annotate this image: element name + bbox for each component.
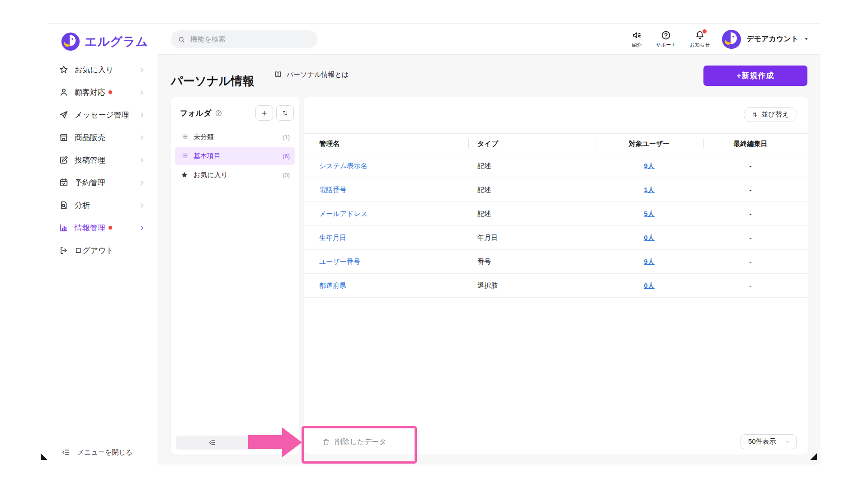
- send-icon: [59, 110, 69, 120]
- help-icon: [660, 30, 671, 41]
- topbar-action-1[interactable]: サポート: [656, 30, 676, 48]
- search-input[interactable]: [189, 35, 311, 44]
- topbar-right: 紹介サポートお知らせ デモアカウント: [632, 24, 809, 54]
- folder-item-2[interactable]: お気に入り(0): [175, 166, 295, 184]
- sidebar-item-8[interactable]: ログアウト: [47, 239, 157, 262]
- record-users-link[interactable]: 9人: [644, 258, 654, 265]
- analysis-icon: [59, 200, 69, 210]
- search-box[interactable]: [171, 30, 317, 48]
- record-name-link[interactable]: 都道府県: [319, 282, 346, 289]
- sidebar-item-5[interactable]: 予約管理: [47, 171, 157, 194]
- record-type-cell: 記述: [468, 162, 595, 170]
- collapse-folder-panel-button[interactable]: [176, 436, 248, 450]
- folder-item-label: お気に入り: [193, 171, 228, 179]
- app-window: エルグラム お気に入り顧客対応メッセージ管理商品販売投稿管理予約管理分析情報管理…: [47, 23, 821, 465]
- folder-panel-title: フォルダ: [180, 108, 212, 118]
- collapse-panel-icon: [208, 439, 216, 446]
- sidebar-item-0[interactable]: お気に入り: [47, 58, 157, 81]
- chevron-right-icon: [138, 225, 145, 231]
- records-panel: 並び替え 管理名タイプ対象ユーザー最終編集日 システム表示名記述9人-電話番号記…: [304, 97, 808, 455]
- chevron-right-icon: [138, 112, 145, 118]
- record-name-link[interactable]: メールアドレス: [319, 210, 368, 217]
- table-row: メールアドレス記述5人-: [304, 202, 808, 226]
- account-menu[interactable]: デモアカウント: [722, 29, 809, 49]
- topbar-action-label: サポート: [656, 42, 676, 48]
- account-avatar: [722, 29, 741, 49]
- store-icon: [59, 132, 69, 142]
- logout-icon: [59, 245, 69, 255]
- person-icon: [59, 87, 69, 97]
- sidebar-item-7[interactable]: 情報管理: [47, 216, 157, 239]
- sidebar-item-2[interactable]: メッセージ管理: [47, 103, 157, 126]
- sort-button[interactable]: 並び替え: [744, 107, 797, 122]
- record-users-link[interactable]: 1人: [644, 186, 654, 193]
- brand-mark-icon: [61, 32, 80, 51]
- record-users-link[interactable]: 0人: [644, 282, 654, 289]
- topbar-action-2[interactable]: お知らせ: [690, 30, 710, 48]
- record-name-link[interactable]: 電話番号: [319, 186, 346, 193]
- sidebar-item-4[interactable]: 投稿管理: [47, 149, 157, 171]
- unread-dot: [108, 226, 112, 230]
- list-icon: [180, 152, 189, 160]
- folder-item-0[interactable]: 未分類(1): [175, 128, 295, 146]
- page-size-select[interactable]: 50件表示: [741, 434, 797, 449]
- account-name: デモアカウント: [746, 34, 798, 44]
- deleted-data-button[interactable]: 削除したデータ: [319, 437, 389, 447]
- record-name-link[interactable]: システム表示名: [319, 162, 367, 169]
- topbar-action-0[interactable]: 紹介: [632, 30, 642, 48]
- megaphone-icon-wrap: [632, 30, 642, 41]
- record-users-link[interactable]: 5人: [644, 210, 654, 217]
- edit-icon: [59, 155, 69, 165]
- sidebar-item-label: 分析: [75, 200, 90, 211]
- record-users-link[interactable]: 0人: [644, 234, 654, 241]
- caret-down-icon: [803, 36, 809, 42]
- chevron-down-icon: [785, 439, 791, 445]
- brand-logo[interactable]: エルグラム: [47, 24, 157, 51]
- cursor-artifact: [41, 453, 47, 460]
- record-type-cell: 選択肢: [468, 282, 595, 290]
- chart-icon: [59, 223, 69, 233]
- table-row: ユーザー番号番号9人-: [304, 250, 808, 274]
- topbar-action-label: 紹介: [632, 42, 642, 48]
- folder-list: 未分類(1)基本項目(6)お気に入り(0): [171, 128, 299, 184]
- book-icon: [274, 70, 283, 79]
- sidebar-item-3[interactable]: 商品販売: [47, 126, 157, 149]
- table-row: 生年月日年月日0人-: [304, 226, 808, 250]
- close-menu-label: メニューを閉じる: [77, 448, 132, 457]
- folder-item-1[interactable]: 基本項目(6): [175, 147, 295, 165]
- chevron-right-icon: [138, 89, 145, 96]
- record-name-link[interactable]: 生年月日: [319, 234, 346, 241]
- resize-corner-artifact: [810, 453, 817, 460]
- column-header-0: 管理名: [319, 140, 468, 148]
- unread-dot: [108, 90, 112, 94]
- chevron-right-icon: [138, 66, 145, 73]
- record-type-cell: 記述: [468, 210, 595, 218]
- reorder-folders-button[interactable]: [276, 105, 294, 121]
- star-icon: [59, 65, 69, 75]
- sidebar-item-label: ログアウト: [75, 245, 114, 256]
- folder-panel-header: フォルダ: [171, 97, 299, 121]
- plus-icon: [260, 109, 268, 117]
- record-users-cell: 9人: [595, 258, 703, 266]
- folder-help-icon[interactable]: [215, 109, 222, 117]
- close-menu-button[interactable]: メニューを閉じる: [59, 447, 135, 457]
- trash-icon: [322, 438, 330, 446]
- list-icon: [180, 133, 189, 141]
- sort-button-label: 並び替え: [761, 110, 789, 119]
- create-new-button[interactable]: +新規作成: [703, 66, 807, 86]
- record-users-cell: 1人: [595, 186, 703, 194]
- record-users-cell: 5人: [595, 210, 703, 218]
- sidebar-item-6[interactable]: 分析: [47, 194, 157, 216]
- folder-item-count: (6): [283, 153, 290, 160]
- record-last-edited-cell: -: [703, 186, 797, 194]
- record-users-link[interactable]: 9人: [644, 162, 654, 169]
- record-type-cell: 番号: [468, 258, 595, 266]
- page-help-link[interactable]: パーソナル情報とは: [271, 70, 351, 80]
- folder-tools: [255, 105, 294, 121]
- record-name-link[interactable]: ユーザー番号: [319, 258, 360, 265]
- page-title: パーソナル情報: [171, 73, 254, 89]
- sidebar-item-1[interactable]: 顧客対応: [47, 81, 157, 103]
- folder-item-label: 未分類: [193, 133, 214, 141]
- add-folder-button[interactable]: [255, 105, 273, 121]
- content-area: パーソナル情報 パーソナル情報とは +新規作成 フォルダ: [157, 55, 821, 465]
